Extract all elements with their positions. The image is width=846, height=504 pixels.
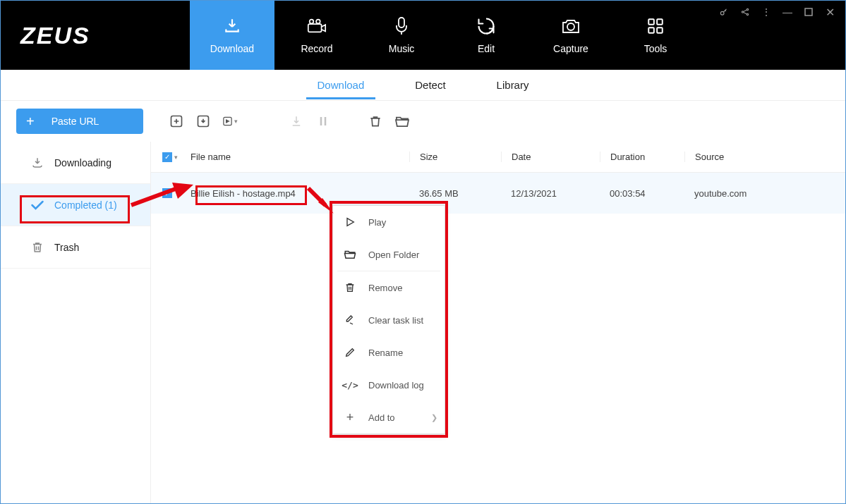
- ctx-rename[interactable]: Rename: [333, 336, 445, 369]
- ctx-label: Download log: [368, 380, 424, 391]
- ctx-remove[interactable]: Remove: [333, 271, 445, 304]
- cell-duration: 00:03:54: [600, 188, 684, 199]
- ctx-log[interactable]: </> Download log: [333, 369, 445, 401]
- paste-url-label: Paste URL: [52, 116, 99, 127]
- svg-rect-2: [308, 24, 322, 32]
- nav-music[interactable]: Music: [359, 1, 444, 70]
- cell-date: 12/13/2021: [501, 188, 600, 199]
- batch-add-icon[interactable]: [169, 113, 184, 129]
- folder-icon: [343, 250, 357, 259]
- subtab-download[interactable]: Download: [315, 72, 368, 98]
- app-logo: ZEUS: [1, 1, 190, 70]
- sidebar-completed[interactable]: Completed (1): [1, 184, 150, 226]
- maximize-icon[interactable]: [803, 6, 814, 18]
- edit-icon: [476, 16, 496, 36]
- svg-rect-7: [648, 27, 654, 33]
- select-all-checkbox[interactable]: ✓ ▾: [151, 152, 191, 162]
- start-icon[interactable]: [289, 113, 304, 129]
- col-date[interactable]: Date: [501, 152, 600, 162]
- downloading-icon: [30, 156, 44, 170]
- table-row[interactable]: ✓ Billie Eilish - hostage.mp4 36.65 MB 1…: [151, 173, 845, 214]
- ctx-label: Play: [368, 217, 386, 228]
- music-icon: [393, 16, 410, 36]
- ctx-clear[interactable]: Clear task list: [333, 304, 445, 336]
- content-area: ✓ ▾ File name Size Date Duration Source …: [151, 142, 845, 503]
- nav-capture[interactable]: Capture: [528, 1, 613, 70]
- sidebar-label: Trash: [54, 242, 79, 253]
- col-source[interactable]: Source: [684, 152, 845, 162]
- nav-label: Tools: [644, 43, 667, 54]
- sidebar: Downloading Completed (1) Trash: [1, 142, 151, 503]
- ctx-open-folder[interactable]: Open Folder: [333, 238, 445, 271]
- svg-rect-8: [657, 27, 663, 33]
- checkbox-checked-icon: ✓: [162, 152, 172, 162]
- open-folder-icon[interactable]: [394, 113, 410, 129]
- download-icon: [223, 16, 241, 36]
- svg-point-10: [742, 11, 743, 13]
- sidebar-trash[interactable]: Trash: [1, 226, 150, 269]
- subtab-library[interactable]: Library: [494, 72, 532, 98]
- ctx-label: Add to: [368, 412, 395, 423]
- svg-point-4: [567, 23, 574, 30]
- svg-rect-6: [657, 19, 663, 25]
- sidebar-label: Completed (1): [54, 199, 117, 211]
- context-menu: Play Open Folder Remove Clear task list …: [332, 205, 445, 434]
- ctx-label: Rename: [368, 348, 403, 358]
- svg-rect-5: [648, 19, 654, 25]
- sidebar-label: Downloading: [54, 157, 111, 168]
- plus-icon: +: [26, 114, 35, 128]
- minimize-icon[interactable]: —: [782, 6, 793, 18]
- more-icon[interactable]: ⋮: [761, 6, 772, 18]
- nav-label: Music: [389, 43, 415, 54]
- capture-icon: [561, 16, 581, 36]
- svg-point-0: [310, 20, 314, 24]
- nav-tools[interactable]: Tools: [613, 1, 698, 70]
- share-icon[interactable]: [739, 6, 751, 18]
- tools-icon: [646, 16, 665, 36]
- svg-point-11: [747, 8, 748, 10]
- cell-filename: Billie Eilish - hostage.mp4: [191, 188, 409, 199]
- key-icon[interactable]: [718, 6, 730, 18]
- chevron-right-icon: ❯: [431, 413, 437, 422]
- subtab-detect[interactable]: Detect: [412, 72, 448, 98]
- svg-point-12: [747, 13, 748, 15]
- remove-icon: [343, 282, 357, 293]
- nav-download[interactable]: Download: [190, 1, 274, 70]
- svg-point-1: [316, 20, 320, 24]
- code-icon: </>: [343, 380, 357, 391]
- completed-icon: [30, 198, 44, 212]
- checkbox-checked-icon: ✓: [162, 188, 172, 198]
- svg-rect-3: [399, 18, 404, 27]
- col-size[interactable]: Size: [409, 152, 501, 162]
- ctx-add-to[interactable]: + Add to ❯: [333, 401, 445, 434]
- nav-edit[interactable]: Edit: [444, 1, 528, 70]
- sidebar-downloading[interactable]: Downloading: [1, 142, 150, 184]
- toolbar: + Paste URL ▾: [1, 101, 845, 142]
- delete-icon[interactable]: [368, 113, 383, 129]
- sub-tabs: Download Detect Library: [1, 70, 845, 101]
- col-duration[interactable]: Duration: [600, 152, 684, 162]
- svg-rect-13: [805, 8, 812, 16]
- ctx-play[interactable]: Play: [333, 206, 445, 238]
- row-checkbox[interactable]: ✓: [151, 188, 191, 198]
- close-icon[interactable]: ✕: [824, 6, 835, 18]
- table-header: ✓ ▾ File name Size Date Duration Source: [151, 142, 845, 173]
- ctx-label: Open Folder: [368, 250, 419, 260]
- rename-icon: [343, 347, 357, 358]
- col-filename[interactable]: File name: [191, 152, 409, 162]
- add-icon: +: [343, 410, 357, 425]
- window-controls: ⋮ — ✕: [718, 6, 835, 18]
- paste-url-button[interactable]: + Paste URL: [16, 109, 143, 134]
- record-icon: [306, 16, 327, 36]
- nav-record[interactable]: Record: [274, 1, 359, 70]
- pause-icon[interactable]: [315, 113, 331, 129]
- nav-label: Download: [210, 43, 254, 54]
- cell-source: youtube.com: [684, 188, 845, 199]
- nav-label: Edit: [478, 43, 495, 54]
- batch-download-icon[interactable]: [195, 113, 211, 129]
- nav-label: Capture: [553, 43, 588, 54]
- svg-point-9: [720, 11, 724, 15]
- play-icon: [343, 216, 357, 228]
- ctx-label: Remove: [368, 283, 402, 293]
- convert-icon[interactable]: ▾: [222, 113, 238, 129]
